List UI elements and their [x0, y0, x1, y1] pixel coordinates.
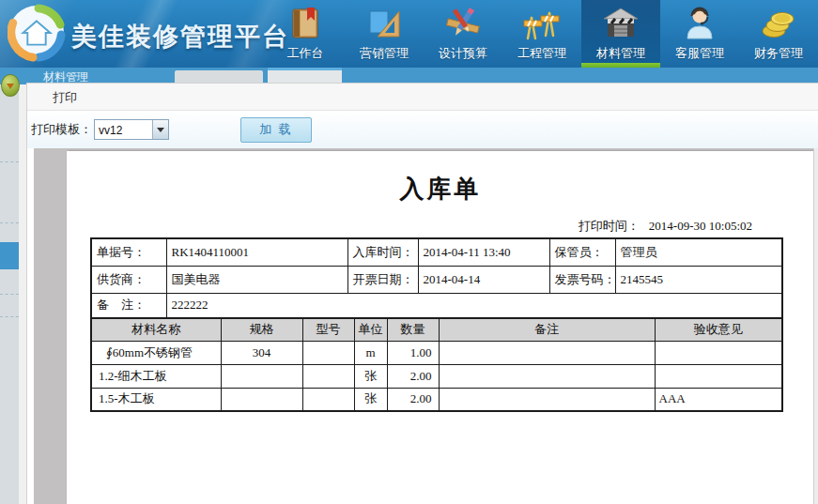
template-select-value: vv12	[95, 120, 152, 139]
ruler-icon	[365, 2, 403, 45]
load-button[interactable]: 加 载	[240, 117, 312, 143]
invoice-no-value: 2145545	[615, 266, 782, 293]
document-page: 入库单 打印时间：2014-09-30 10:05:02 单据号： RK1404…	[67, 151, 814, 504]
coins-icon	[760, 2, 797, 45]
col-header-spec: 规格	[221, 318, 302, 341]
keeper-label: 保管员：	[549, 238, 615, 266]
warehouse-icon	[602, 2, 640, 45]
document-title: 入库单	[67, 151, 814, 206]
remark-value: 222222	[166, 293, 782, 318]
nav-label: 客服管理	[675, 45, 724, 62]
app-window: 美佳装修管理平台 工作台	[0, 0, 818, 504]
cell-spec: 304	[221, 341, 302, 364]
table-row: 备 注： 222222	[91, 293, 782, 318]
table-row: 1.2-细木工板 张 2.00	[91, 364, 782, 388]
nav-item-marketing[interactable]: 营销管理	[345, 0, 424, 68]
top-banner: 美佳装修管理平台 工作台	[0, 0, 818, 68]
cell-remark	[439, 364, 655, 388]
nav-item-engineering[interactable]: 工程管理	[502, 0, 581, 68]
table-row: ∮60mm不锈钢管 304 m 1.00	[91, 341, 782, 364]
remark-label: 备 注：	[91, 293, 166, 318]
app-title: 美佳装修管理平台	[71, 20, 289, 53]
table-row: 单据号： RK1404110001 入库时间： 2014-04-11 13:40…	[91, 238, 782, 266]
cell-inspection	[655, 341, 782, 364]
construction-icon	[523, 2, 561, 45]
app-logo-icon	[8, 4, 66, 66]
keeper-value: 管理员	[615, 238, 782, 266]
template-label: 打印模板：	[31, 121, 92, 138]
receipt-info-table: 单据号： RK1404110001 入库时间： 2014-04-11 13:40…	[90, 237, 783, 319]
cell-model	[302, 364, 354, 388]
table-row: 1.5-木工板 张 2.00 AAA	[91, 388, 782, 411]
cell-qty: 2.00	[387, 364, 439, 388]
chevron-down-icon	[152, 120, 168, 139]
cell-material: 1.2-细木工板	[91, 364, 221, 388]
cell-unit: 张	[354, 388, 387, 411]
cell-spec	[221, 364, 302, 388]
nav-label: 工程管理	[517, 45, 566, 62]
cell-model	[302, 341, 354, 364]
collapsed-sidebar	[0, 84, 19, 504]
col-header-qty: 数量	[387, 318, 439, 341]
nav-label: 设计预算	[439, 45, 487, 62]
nav-label: 工作台	[287, 45, 324, 62]
in-time-label: 入库时间：	[347, 238, 418, 266]
table-header-row: 材料名称 规格 型号 单位 数量 备注 验收意见	[91, 318, 782, 341]
nav-item-workbench[interactable]: 工作台	[266, 0, 345, 68]
supplier-label: 供货商：	[91, 266, 166, 293]
col-header-remark: 备注	[439, 318, 655, 341]
print-preview-area: 入库单 打印时间：2014-09-30 10:05:02 单据号： RK1404…	[34, 148, 818, 504]
cell-remark	[439, 388, 655, 411]
book-icon	[286, 2, 324, 45]
sidebar-collapse-toggle-button[interactable]	[1, 74, 20, 97]
sidebar-divider	[0, 294, 19, 295]
template-select[interactable]: vv12	[94, 119, 169, 140]
cell-material: 1.5-木工板	[91, 388, 221, 411]
print-controls: 打印模板： vv12 加 载	[27, 111, 818, 148]
order-no-label: 单据号：	[91, 238, 166, 266]
panel-title: 打印	[27, 84, 818, 111]
nav-item-design-budget[interactable]: 设计预算	[424, 0, 502, 68]
nav-label: 营销管理	[360, 45, 409, 62]
print-time: 打印时间：2014-09-30 10:05:02	[579, 218, 752, 235]
document-tables: 单据号： RK1404110001 入库时间： 2014-04-11 13:40…	[90, 237, 781, 412]
sidebar-divider	[0, 222, 19, 223]
nav-label: 财务管理	[754, 45, 803, 62]
main-nav: 工作台 营销管理	[266, 0, 818, 68]
materials-table: 材料名称 规格 型号 单位 数量 备注 验收意见 ∮60mm不锈钢管 304	[90, 317, 783, 412]
in-time-value: 2014-04-11 13:40	[418, 238, 549, 266]
cell-inspection: AAA	[655, 388, 782, 411]
col-header-unit: 单位	[354, 318, 387, 341]
chevron-down-icon	[7, 84, 14, 89]
cell-qty: 1.00	[387, 341, 439, 364]
nav-label: 材料管理	[596, 45, 645, 62]
print-time-label: 打印时间：	[579, 219, 640, 233]
cell-qty: 2.00	[387, 388, 439, 411]
design-tools-icon	[444, 2, 482, 45]
invoice-date-value: 2014-04-14	[418, 266, 549, 293]
supplier-value: 国美电器	[166, 266, 347, 293]
col-header-inspection: 验收意见	[655, 318, 782, 341]
sidebar-divider	[0, 161, 19, 162]
nav-item-materials[interactable]: 材料管理	[581, 0, 660, 68]
print-panel: 打印 打印模板： vv12 加 载 入库单 打印时间：2014-09-30 10…	[26, 83, 818, 504]
sidebar-divider	[0, 316, 19, 317]
order-no-value: RK1404110001	[166, 238, 347, 266]
col-header-material: 材料名称	[91, 318, 221, 341]
cell-inspection	[655, 364, 782, 388]
cell-spec	[221, 388, 302, 411]
sidebar-selected-item[interactable]	[0, 242, 19, 269]
print-time-value: 2014-09-30 10:05:02	[649, 219, 752, 233]
invoice-no-label: 发票号码：	[549, 266, 615, 293]
nav-item-finance[interactable]: 财务管理	[739, 0, 818, 68]
cell-unit: 张	[354, 364, 387, 388]
cell-material: ∮60mm不锈钢管	[91, 341, 221, 364]
cell-remark	[439, 341, 655, 364]
vertical-scrollbar[interactable]	[813, 148, 818, 504]
cell-model	[302, 388, 354, 411]
col-header-model: 型号	[302, 318, 354, 341]
nav-item-customer-service[interactable]: 客服管理	[660, 0, 739, 68]
table-row: 供货商： 国美电器 开票日期： 2014-04-14 发票号码： 2145545	[91, 266, 782, 293]
cell-unit: m	[354, 341, 387, 364]
support-agent-icon	[681, 2, 718, 45]
